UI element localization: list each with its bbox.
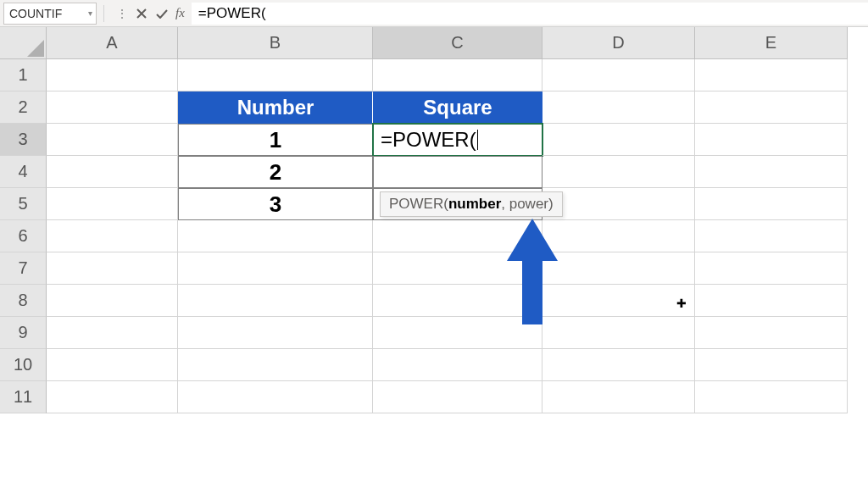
cell-E10[interactable]: [695, 349, 848, 381]
row-header-9[interactable]: 9: [0, 317, 47, 349]
cell-B7[interactable]: [178, 252, 373, 285]
cell-D2[interactable]: [542, 92, 695, 124]
fx-icon[interactable]: fx: [175, 6, 185, 20]
tooltip-arg-rest: , power: [501, 196, 548, 212]
formula-bar: COUNTIF ▾ ⋮ fx: [0, 0, 868, 27]
cell-B9[interactable]: [178, 317, 373, 349]
col-header-B[interactable]: B: [178, 27, 373, 59]
cell-E11[interactable]: [695, 381, 848, 413]
cell-A10[interactable]: [47, 349, 178, 381]
row-header-4[interactable]: 4: [0, 156, 47, 188]
cell-E8[interactable]: [695, 285, 848, 317]
cell-D11[interactable]: [542, 381, 695, 413]
col-header-A[interactable]: A: [47, 27, 178, 59]
cell-C1[interactable]: [373, 59, 542, 92]
row-header-7[interactable]: 7: [0, 252, 47, 285]
cell-D4[interactable]: [542, 156, 695, 188]
cell-C11[interactable]: [373, 381, 542, 413]
cell-C4[interactable]: [373, 156, 542, 188]
cell-B4[interactable]: 2: [178, 156, 373, 188]
cell-B8[interactable]: [178, 285, 373, 317]
tooltip-arg-active: number: [448, 196, 501, 212]
cell-D8[interactable]: [542, 285, 695, 317]
cell-cursor-icon: ✚: [676, 297, 687, 310]
cell-E2[interactable]: [695, 92, 848, 124]
spreadsheet-grid: A B C D E 1 2 Number Square 3 1 =POWER( …: [0, 27, 868, 413]
row-header-11[interactable]: 11: [0, 381, 47, 413]
row-header-8[interactable]: 8: [0, 285, 47, 317]
cell-E3[interactable]: [695, 124, 848, 156]
formula-input[interactable]: [192, 3, 868, 25]
enter-icon[interactable]: [152, 3, 172, 24]
col-header-D[interactable]: D: [542, 27, 695, 59]
cell-D10[interactable]: [542, 349, 695, 381]
cell-B1[interactable]: [178, 59, 373, 92]
cell-A3[interactable]: [47, 124, 178, 156]
cell-D9[interactable]: [542, 317, 695, 349]
tooltip-fn: POWER: [389, 196, 443, 212]
select-all-corner[interactable]: [0, 27, 47, 59]
row-header-1[interactable]: 1: [0, 59, 47, 92]
cell-C2-header-square[interactable]: Square: [373, 92, 542, 124]
row-header-10[interactable]: 10: [0, 349, 47, 381]
cell-C3-editing[interactable]: =POWER(: [373, 124, 542, 156]
cell-D3[interactable]: [542, 124, 695, 156]
cell-E6[interactable]: [695, 220, 848, 252]
cell-E9[interactable]: [695, 317, 848, 349]
cell-D1[interactable]: [542, 59, 695, 92]
function-tooltip[interactable]: POWER(number, power): [380, 191, 563, 217]
name-box-value: COUNTIF: [9, 7, 62, 20]
cell-A8[interactable]: [47, 285, 178, 317]
chevron-down-icon[interactable]: ▾: [88, 8, 92, 18]
expand-icon[interactable]: ⋮: [111, 3, 131, 24]
cell-A7[interactable]: [47, 252, 178, 285]
row-header-6[interactable]: 6: [0, 220, 47, 252]
cancel-icon[interactable]: [131, 3, 152, 24]
cell-A2[interactable]: [47, 92, 178, 124]
cell-C10[interactable]: [373, 349, 542, 381]
text-caret: [477, 130, 478, 150]
cell-A1[interactable]: [47, 59, 178, 92]
cell-E4[interactable]: [695, 156, 848, 188]
cell-B2-header-number[interactable]: Number: [178, 92, 373, 124]
cell-C3-text: =POWER(: [381, 128, 476, 152]
cell-E5[interactable]: [695, 188, 848, 220]
cell-B3[interactable]: 1: [178, 124, 373, 156]
cell-B6[interactable]: [178, 220, 373, 252]
name-box[interactable]: COUNTIF ▾: [3, 3, 97, 25]
cell-D6[interactable]: [542, 220, 695, 252]
row-header-5[interactable]: 5: [0, 188, 47, 220]
row-header-2[interactable]: 2: [0, 92, 47, 124]
cell-A11[interactable]: [47, 381, 178, 413]
annotation-arrow-icon: [507, 219, 558, 332]
cell-A4[interactable]: [47, 156, 178, 188]
cell-A9[interactable]: [47, 317, 178, 349]
cell-A5[interactable]: [47, 188, 178, 220]
col-header-C[interactable]: C: [373, 27, 542, 59]
cell-B10[interactable]: [178, 349, 373, 381]
cell-B11[interactable]: [178, 381, 373, 413]
cell-E1[interactable]: [695, 59, 848, 92]
cell-E7[interactable]: [695, 252, 848, 285]
cell-D5[interactable]: [542, 188, 695, 220]
row-header-3[interactable]: 3: [0, 124, 47, 156]
divider: [103, 5, 104, 22]
col-header-E[interactable]: E: [695, 27, 848, 59]
cell-A6[interactable]: [47, 220, 178, 252]
svg-marker-2: [507, 219, 558, 324]
cell-B5[interactable]: 3: [178, 188, 373, 220]
cell-D7[interactable]: [542, 252, 695, 285]
